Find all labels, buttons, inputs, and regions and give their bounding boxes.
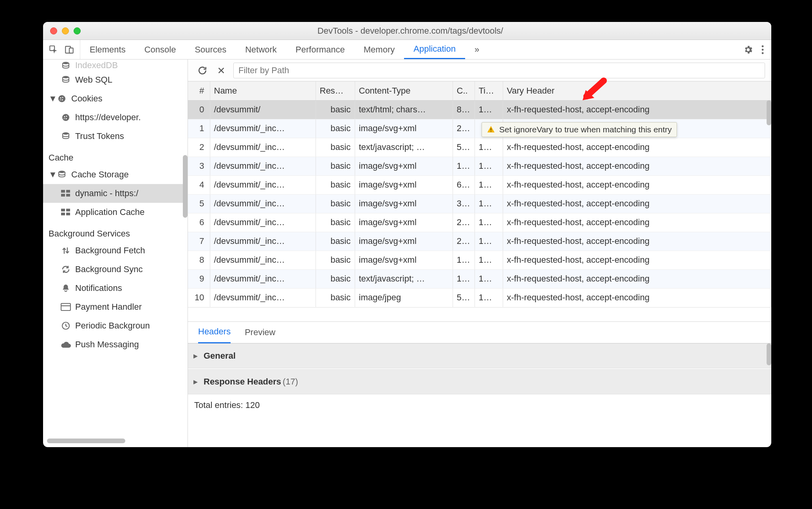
svg-point-6 (63, 62, 69, 64)
cell-name: /devsummit/ (210, 100, 316, 119)
tab-network[interactable]: Network (236, 40, 286, 59)
sidebar-item[interactable]: Background Sync (43, 260, 188, 279)
table-row[interactable]: 6/devsummit/_inc…basicimage/svg+xml2…1…x… (188, 213, 771, 232)
kebab-menu-icon[interactable] (761, 45, 764, 55)
sidebar-item-label: https://developer. (75, 112, 141, 123)
details-scrollbar[interactable] (767, 343, 771, 365)
chevron-right-icon: ▸ (193, 351, 201, 361)
table-row[interactable]: 1/devsummit/_inc…basicimage/svg+xml2… (188, 119, 771, 138)
settings-icon[interactable] (743, 45, 753, 55)
cell-response: basic (316, 269, 355, 288)
more-tabs-button[interactable]: » (465, 40, 489, 59)
panel-tabstrip: ElementsConsoleSourcesNetworkPerformance… (43, 40, 771, 60)
sidebar-hscrollbar[interactable] (47, 439, 125, 443)
col-index[interactable]: # (188, 81, 210, 100)
close-window-button[interactable] (50, 27, 57, 34)
tab-performance[interactable]: Performance (286, 40, 354, 59)
cell-content-type: image/svg+xml (355, 119, 453, 138)
cookie-icon (56, 94, 67, 103)
col-response[interactable]: Res… (316, 81, 355, 100)
delete-selected-button[interactable] (215, 64, 228, 77)
sidebar-item[interactable]: ▼Cookies (43, 89, 188, 108)
sidebar-item[interactable]: Trust Tokens (43, 127, 188, 146)
table-row[interactable]: 8/devsummit/_inc…basicimage/svg+xml1…1…x… (188, 251, 771, 269)
col-vary-header[interactable]: Vary Header (503, 81, 771, 100)
refresh-button[interactable] (196, 64, 209, 77)
cell-time: 1… (475, 251, 503, 269)
table-row[interactable]: 5/devsummit/_inc…basicimage/svg+xml3…1…x… (188, 194, 771, 213)
sidebar-item[interactable]: Payment Handler (43, 298, 188, 316)
table-scrollbar[interactable] (767, 100, 771, 125)
cell-name: /devsummit/_inc… (210, 138, 316, 157)
db-icon (56, 170, 67, 179)
inspect-element-icon[interactable] (49, 45, 59, 55)
table-row[interactable]: 7/devsummit/_inc…basicimage/svg+xml2…1…x… (188, 232, 771, 251)
details-tab-preview[interactable]: Preview (245, 322, 275, 343)
svg-point-17 (64, 118, 65, 119)
svg-rect-25 (66, 209, 70, 211)
cell-content-length: 2… (453, 232, 475, 251)
vary-warning-tooltip: Set ignoreVary to true when matching thi… (482, 122, 677, 137)
cell-time: 1… (475, 232, 503, 251)
device-toolbar-icon[interactable] (64, 45, 74, 55)
cell-name: /devsummit/_inc… (210, 157, 316, 175)
table-row[interactable]: 9/devsummit/_inc…basictext/javascript; …… (188, 269, 771, 288)
section-response-headers[interactable]: ▸ Response Headers (17) (188, 369, 771, 394)
tab-elements[interactable]: Elements (80, 40, 135, 59)
sidebar-item[interactable]: https://developer. (43, 108, 188, 127)
cell-index: 4 (188, 175, 210, 194)
col-time[interactable]: Ti… (475, 81, 503, 100)
section-general[interactable]: ▸ General (188, 343, 771, 368)
cell-time: 1… (475, 175, 503, 194)
table-row[interactable]: 0/devsummit/basictext/html; chars…8…1…x-… (188, 100, 771, 119)
details-tab-headers[interactable]: Headers (198, 321, 231, 343)
cell-content-type: image/svg+xml (355, 194, 453, 213)
sidebar-item[interactable]: Periodic Backgroun (43, 316, 188, 335)
sidebar-scrollbar[interactable] (183, 155, 188, 218)
cell-name: /devsummit/_inc… (210, 175, 316, 194)
sidebar-item[interactable]: IndexedDB (43, 61, 188, 70)
svg-point-14 (64, 116, 65, 117)
cell-content-length: 2… (453, 213, 475, 232)
tab-sources[interactable]: Sources (185, 40, 236, 59)
sidebar-header: Cache (43, 146, 188, 165)
filter-input[interactable]: Filter by Path (233, 63, 765, 78)
col-name[interactable]: Name (210, 81, 316, 100)
sidebar-item[interactable]: Background Fetch (43, 241, 188, 260)
sidebar-item[interactable]: Web SQL (43, 70, 188, 89)
warning-icon (487, 125, 495, 134)
svg-point-16 (65, 118, 67, 119)
sidebar-item-label: Background Fetch (75, 245, 145, 256)
table-row[interactable]: 4/devsummit/_inc…basicimage/svg+xml6…1…x… (188, 175, 771, 194)
sidebar-item[interactable]: dynamic - https:/ (43, 184, 188, 203)
svg-rect-26 (61, 213, 65, 215)
cell-content-type: text/html; chars… (355, 100, 453, 119)
sidebar-item[interactable]: ▼Cache Storage (43, 165, 188, 184)
cell-vary: x-fh-requested-host, accept-encoding (503, 138, 771, 157)
col-content-length[interactable]: C.. (453, 81, 475, 100)
sidebar-item[interactable]: Notifications (43, 279, 188, 298)
col-content-type[interactable]: Content-Type (355, 81, 453, 100)
svg-rect-20 (61, 190, 65, 193)
cell-vary: x-fh-requested-host, accept-encoding (503, 100, 771, 119)
cell-name: /devsummit/_inc… (210, 288, 316, 307)
tab-application[interactable]: Application (404, 40, 465, 59)
tab-memory[interactable]: Memory (354, 40, 404, 59)
card-icon (60, 303, 71, 311)
sidebar-item[interactable]: Push Messaging (43, 335, 188, 354)
cell-response: basic (316, 232, 355, 251)
cell-response: basic (316, 138, 355, 157)
table-row[interactable]: 2/devsummit/_inc…basictext/javascript; …… (188, 138, 771, 157)
sidebar-item[interactable]: Application Cache (43, 203, 188, 222)
cell-content-length: 8… (453, 100, 475, 119)
table-row[interactable]: 3/devsummit/_inc…basicimage/svg+xml1…1…x… (188, 157, 771, 175)
sidebar-item-label: Application Cache (75, 207, 144, 217)
tab-console[interactable]: Console (135, 40, 186, 59)
table-row[interactable]: 10/devsummit/_inc…basicimage/jpeg5…1…x-f… (188, 288, 771, 307)
svg-rect-21 (66, 190, 70, 193)
zoom-window-button[interactable] (74, 27, 81, 34)
cell-response: basic (316, 213, 355, 232)
minimize-window-button[interactable] (62, 27, 69, 34)
svg-point-13 (62, 114, 69, 121)
cell-name: /devsummit/_inc… (210, 251, 316, 269)
